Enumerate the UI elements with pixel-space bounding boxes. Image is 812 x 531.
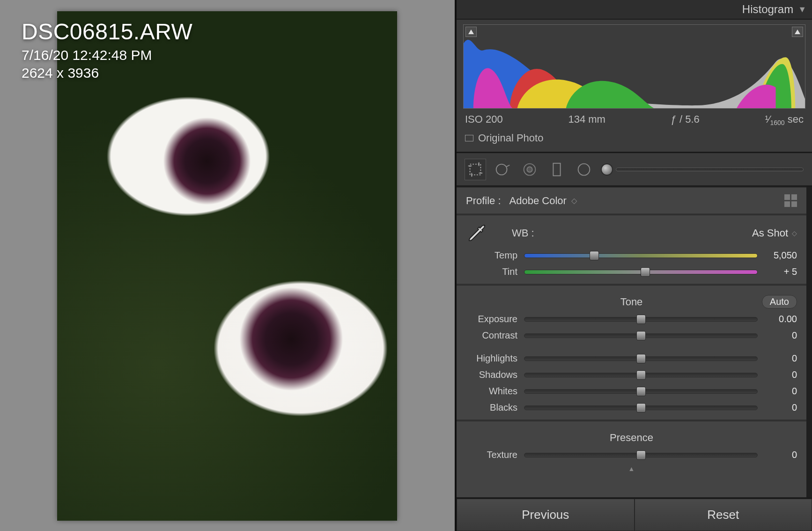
tint-label: Tint xyxy=(466,266,517,277)
exposure-value[interactable]: 0.00 xyxy=(764,314,797,324)
temp-slider[interactable]: Temp 5,050 xyxy=(466,250,797,261)
profile-label: Profile : xyxy=(466,195,501,207)
blacks-value[interactable]: 0 xyxy=(764,402,797,413)
texture-value[interactable]: 0 xyxy=(764,450,797,460)
updown-icon: ◇ xyxy=(571,196,577,205)
whites-value[interactable]: 0 xyxy=(764,386,797,397)
wb-mode-value: As Shot xyxy=(752,227,788,239)
profile-browser-icon[interactable] xyxy=(784,194,797,207)
blacks-label: Blacks xyxy=(466,402,517,413)
local-adjust-toolstrip xyxy=(457,153,812,187)
redeye-tool[interactable] xyxy=(519,159,540,180)
filename-label: DSC06815.ARW xyxy=(22,19,192,44)
slider-thumb[interactable] xyxy=(636,354,646,363)
wb-mode-picker[interactable]: As Shot ◇ xyxy=(752,227,797,239)
highlights-label: Highlights xyxy=(466,353,517,364)
slider-thumb[interactable] xyxy=(636,450,646,460)
shadows-label: Shadows xyxy=(466,369,517,380)
timestamp-label: 7/16/20 12:42:48 PM xyxy=(22,47,192,63)
highlights-value[interactable]: 0 xyxy=(764,353,797,364)
texture-label: Texture xyxy=(466,450,517,460)
svg-point-1 xyxy=(496,164,507,175)
svg-rect-4 xyxy=(553,163,560,176)
scrollbar[interactable] xyxy=(808,192,811,224)
exif-shutter: ¹⁄1600 sec xyxy=(765,113,804,126)
texture-slider[interactable]: Texture 0 xyxy=(466,450,797,460)
shadows-slider[interactable]: Shadows 0 xyxy=(466,369,797,380)
wb-section: WB : As Shot ◇ Temp 5,050 Tint + 5 xyxy=(457,214,806,285)
original-photo-label: Original Photo xyxy=(478,132,543,144)
slider-thumb[interactable] xyxy=(636,403,646,413)
presence-section: Presence Texture 0 ▲ xyxy=(457,420,806,472)
temp-label: Temp xyxy=(466,250,517,261)
exif-aperture: ƒ / 5.6 xyxy=(671,113,700,126)
profile-section: Profile : Adobe Color ◇ xyxy=(457,187,806,214)
contrast-value[interactable]: 0 xyxy=(764,330,797,341)
exif-iso: ISO 200 xyxy=(465,113,503,126)
preview-pane: DSC06815.ARW 7/16/20 12:42:48 PM 2624 x … xyxy=(0,0,455,531)
profile-value: Adobe Color xyxy=(509,195,567,207)
blacks-slider[interactable]: Blacks 0 xyxy=(466,402,797,413)
wb-label: WB : xyxy=(512,227,534,239)
original-photo-toggle[interactable]: Original Photo xyxy=(463,132,805,145)
dimensions-label: 2624 x 3936 xyxy=(22,65,192,81)
slider-thumb[interactable] xyxy=(636,387,646,396)
temp-value[interactable]: 5,050 xyxy=(764,250,797,261)
mask-amount-slider[interactable] xyxy=(601,163,804,176)
slider-thumb[interactable] xyxy=(636,315,646,324)
panel-collapse-icon: ▼ xyxy=(798,5,806,15)
histogram-curves-icon xyxy=(464,25,805,108)
bottom-bar: Previous Reset xyxy=(457,497,812,531)
histogram[interactable] xyxy=(463,24,805,109)
shadows-value[interactable]: 0 xyxy=(764,369,797,380)
checkbox-icon xyxy=(465,135,473,141)
svg-point-5 xyxy=(578,164,590,176)
slider-knob-icon xyxy=(601,163,613,176)
contrast-slider[interactable]: Contrast 0 xyxy=(466,330,797,341)
contrast-label: Contrast xyxy=(466,330,517,341)
slider-thumb[interactable] xyxy=(641,267,650,277)
slider-thumb[interactable] xyxy=(636,331,646,340)
panel-expand-icon[interactable]: ▲ xyxy=(628,465,635,472)
highlights-slider[interactable]: Highlights 0 xyxy=(466,353,797,364)
presence-title: Presence xyxy=(466,432,797,444)
tone-title: Tone Auto xyxy=(466,296,797,308)
histogram-title: Histogram xyxy=(742,3,793,16)
radial-tool[interactable] xyxy=(574,159,594,180)
updown-icon: ◇ xyxy=(792,229,797,237)
exif-focal: 134 mm xyxy=(568,113,605,126)
graduated-tool[interactable] xyxy=(546,159,567,180)
histogram-panel-header[interactable]: Histogram ▼ xyxy=(457,0,812,20)
reset-button[interactable]: Reset xyxy=(635,499,812,531)
eyedropper-tool[interactable] xyxy=(466,222,488,244)
slider-track xyxy=(616,168,804,171)
spot-tool[interactable] xyxy=(492,159,513,180)
tone-section: Tone Auto Exposure 0.00 Contrast 0 Highl… xyxy=(457,285,806,420)
tint-slider[interactable]: Tint + 5 xyxy=(466,266,797,277)
develop-panel: Profile : Adobe Color ◇ WB : xyxy=(457,187,812,497)
exposure-slider[interactable]: Exposure 0.00 xyxy=(466,314,797,324)
svg-point-3 xyxy=(527,167,532,172)
tint-value[interactable]: + 5 xyxy=(764,266,797,277)
previous-button[interactable]: Previous xyxy=(457,499,635,531)
profile-picker[interactable]: Adobe Color ◇ xyxy=(509,195,577,207)
exif-row: ISO 200 134 mm ƒ / 5.6 ¹⁄1600 sec xyxy=(463,113,805,126)
right-panel: Histogram ▼ ISO 200 134 mm ƒ / 5.6 xyxy=(455,0,812,531)
auto-tone-button[interactable]: Auto xyxy=(762,295,797,309)
slider-thumb[interactable] xyxy=(636,370,646,380)
histogram-section: ISO 200 134 mm ƒ / 5.6 ¹⁄1600 sec Origin… xyxy=(457,20,812,153)
crop-tool[interactable] xyxy=(465,159,486,180)
photo-info-overlay: DSC06815.ARW 7/16/20 12:42:48 PM 2624 x … xyxy=(22,19,192,81)
whites-slider[interactable]: Whites 0 xyxy=(466,386,797,397)
slider-thumb[interactable] xyxy=(590,251,599,260)
photo-preview[interactable] xyxy=(57,11,397,521)
whites-label: Whites xyxy=(466,386,517,397)
exposure-label: Exposure xyxy=(466,314,517,324)
